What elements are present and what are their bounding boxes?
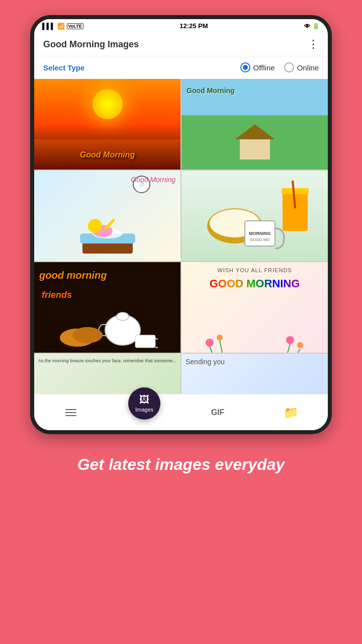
image-cell-5[interactable]: good morning friends bbox=[34, 262, 180, 353]
image-8: Sending you bbox=[182, 354, 328, 394]
image-cell-6[interactable]: WISH YOU ALL FRIENDS GOOD MORNING bbox=[182, 262, 328, 353]
tagline: Get latest images everyday bbox=[77, 454, 285, 475]
image-cell-1[interactable]: Good Morning bbox=[34, 79, 180, 170]
status-bar: ▌▌▌ 📶 VoLTE 12:25 PM 👁 🔋 bbox=[34, 19, 328, 33]
image-cell-3[interactable]: 🕐 Good Morning bbox=[34, 171, 180, 261]
walls bbox=[240, 139, 270, 159]
battery-icon: 🔋 bbox=[312, 23, 320, 30]
image-3-text: Good Morning bbox=[131, 176, 175, 184]
image-6: WISH YOU ALL FRIENDS GOOD MORNING bbox=[182, 262, 328, 353]
more-menu-button[interactable]: ⋮ bbox=[308, 38, 319, 51]
image-6-top-text: WISH YOU ALL FRIENDS bbox=[217, 267, 292, 273]
status-right: 👁 🔋 bbox=[304, 23, 320, 30]
hamburger-icon bbox=[65, 409, 76, 416]
volte-badge: VoLTE bbox=[67, 23, 83, 29]
type-selector: Select Type Offline Online bbox=[34, 56, 328, 79]
svg-point-23 bbox=[297, 342, 303, 348]
svg-rect-19 bbox=[135, 335, 155, 348]
offline-radio[interactable]: Offline bbox=[240, 62, 275, 72]
tea-scene bbox=[57, 302, 158, 353]
svg-point-18 bbox=[72, 327, 103, 343]
nav-images[interactable]: 🖼 Images bbox=[108, 387, 181, 420]
svg-line-26 bbox=[288, 344, 290, 353]
hamburger-line-3 bbox=[65, 415, 76, 416]
flowers-decoration bbox=[195, 312, 315, 353]
image-5-text2: friends bbox=[42, 290, 72, 300]
offline-radio-circle[interactable] bbox=[240, 62, 250, 72]
image-8-text: Sending you bbox=[186, 358, 225, 366]
image-nav-icon: 🖼 bbox=[139, 394, 149, 406]
nav-downloads[interactable]: 📁 bbox=[254, 406, 328, 420]
folder-icon: 📁 bbox=[284, 406, 299, 420]
svg-point-22 bbox=[286, 336, 294, 344]
images-nav-label: Images bbox=[135, 407, 153, 413]
select-type-label: Select Type bbox=[43, 63, 84, 72]
image-cell-4[interactable]: MORNING GOOD MO bbox=[182, 171, 328, 261]
online-label: Online bbox=[297, 63, 319, 72]
image-7-text: As the morning breeze touches your face,… bbox=[38, 358, 176, 364]
image-cell-2[interactable]: Good Morning bbox=[182, 79, 328, 170]
svg-point-20 bbox=[206, 339, 214, 347]
svg-line-27 bbox=[298, 349, 300, 353]
image-6-main-text: GOOD MORNING bbox=[210, 277, 300, 290]
image-1-text: Good Morning bbox=[80, 150, 135, 159]
cartoon-scene bbox=[77, 201, 138, 261]
image-2: Good Morning bbox=[182, 79, 328, 170]
bottom-nav: 🖼 Images GIF 📁 bbox=[34, 394, 328, 430]
svg-line-24 bbox=[210, 347, 212, 353]
image-5: good morning friends bbox=[34, 262, 180, 353]
svg-point-21 bbox=[217, 335, 223, 341]
app-title: Good Morning Images bbox=[43, 39, 139, 50]
sun-decoration bbox=[93, 89, 123, 119]
phone-frame: ▌▌▌ 📶 VoLTE 12:25 PM 👁 🔋 Good Morning Im… bbox=[30, 15, 332, 434]
image-1: Good Morning bbox=[34, 79, 180, 170]
gif-label: GIF bbox=[211, 408, 225, 417]
image-4: MORNING GOOD MO bbox=[182, 171, 328, 261]
svg-point-4 bbox=[88, 219, 102, 233]
images-nav-circle[interactable]: 🖼 Images bbox=[128, 387, 160, 420]
offline-label: Offline bbox=[253, 63, 275, 72]
nav-menu[interactable] bbox=[34, 409, 108, 416]
online-radio[interactable]: Online bbox=[284, 62, 319, 72]
breakfast-scene: MORNING GOOD MO bbox=[195, 171, 315, 261]
signal-icon: ▌▌▌ bbox=[42, 23, 55, 30]
image-cell-8[interactable]: Sending you bbox=[182, 354, 328, 394]
image-3: 🕐 Good Morning bbox=[34, 171, 180, 261]
status-left: ▌▌▌ 📶 VoLTE bbox=[42, 23, 83, 30]
roof bbox=[235, 124, 275, 139]
app-bar: Good Morning Images ⋮ bbox=[34, 33, 328, 56]
svg-point-16 bbox=[117, 312, 129, 320]
radio-group: Offline Online bbox=[240, 62, 319, 72]
image-2-text: Good Morning bbox=[187, 87, 235, 95]
image-grid: Good Morning Good Morning 🕐 Good Morning bbox=[34, 79, 328, 394]
svg-line-25 bbox=[220, 341, 222, 353]
svg-text:MORNING: MORNING bbox=[249, 231, 271, 236]
svg-rect-7 bbox=[283, 191, 308, 231]
eye-icon: 👁 bbox=[304, 23, 310, 30]
svg-text:GOOD MO: GOOD MO bbox=[250, 237, 270, 242]
image-5-text1: good morning bbox=[39, 270, 107, 281]
hamburger-line-2 bbox=[65, 412, 76, 413]
nav-gif[interactable]: GIF bbox=[181, 408, 254, 417]
wifi-icon: 📶 bbox=[57, 23, 65, 30]
svg-rect-8 bbox=[282, 188, 309, 194]
hamburger-line-1 bbox=[65, 409, 76, 410]
online-radio-circle[interactable] bbox=[284, 62, 294, 72]
house-decoration bbox=[235, 124, 275, 159]
status-time: 12:25 PM bbox=[179, 22, 208, 30]
